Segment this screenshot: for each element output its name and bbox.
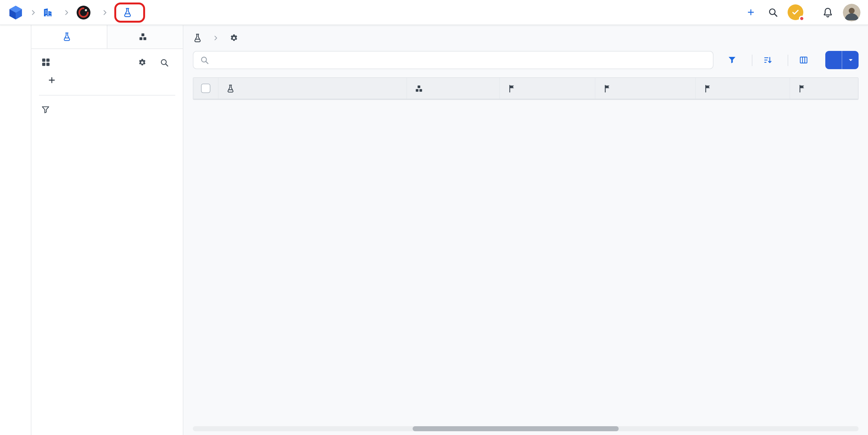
columns-button[interactable] [797,55,815,65]
table-header [193,78,858,99]
chevron-right-icon [30,8,37,16]
field-flag-icon [704,84,712,93]
new-resource-button[interactable] [825,51,859,69]
chevron-right-icon [101,8,108,16]
toolbar [193,51,859,69]
status-avatar[interactable] [787,4,803,20]
funnel-icon [727,55,737,65]
tab-item-view[interactable] [107,25,183,49]
plus-icon [747,8,755,16]
header-checkbox-cell [193,78,219,99]
categories-settings-button[interactable] [137,58,147,67]
flask-icon [122,7,132,17]
notification-dot [799,16,805,21]
gear-icon [229,33,239,43]
column-header-catalog[interactable] [595,78,696,99]
column-header-vendor[interactable] [500,78,595,99]
new-resource-category-button[interactable] [31,72,183,88]
column-header-resource[interactable] [219,78,407,99]
tab-resource-view[interactable] [31,25,107,49]
horizontal-scrollbar[interactable] [193,426,859,431]
argus-logo [76,5,91,20]
app-window [0,0,868,435]
toolbar-divider [787,54,788,66]
notifications-button[interactable] [822,7,833,18]
breadcrumb-item-organization[interactable] [43,7,57,17]
field-flag-icon [603,84,612,93]
chevron-right-icon [212,35,219,41]
filter-shortcuts-header [31,97,183,119]
top-bar [0,0,868,25]
sort-icon [763,55,773,65]
filter-button[interactable] [725,55,744,65]
field-flag-icon [507,84,516,93]
breadcrumb-item-argus[interactable] [76,5,95,20]
new-button[interactable] [747,8,758,16]
sidebar-scroll-area [31,49,183,435]
items-icon [138,32,148,41]
sort-button[interactable] [761,55,779,65]
avatar-image [843,3,861,21]
search-icon [768,7,778,18]
global-search-button[interactable] [768,7,778,18]
breadcrumb-item-inventory[interactable] [114,2,145,22]
bell-icon [822,7,833,18]
scrollbar-thumb[interactable] [413,426,619,431]
sidebar-divider [39,95,175,95]
user-avatar[interactable] [843,3,861,21]
flask-icon [226,84,235,93]
new-resource-dropdown[interactable] [842,56,859,64]
grid-icon [41,57,51,67]
categories-search-button[interactable] [159,58,169,67]
category-settings-button[interactable] [229,33,239,43]
main-content [183,25,868,435]
caret-down-icon [846,56,855,64]
resource-table [193,77,859,100]
search-icon [159,58,169,67]
categories-header [31,49,183,72]
field-flag-icon [798,84,806,93]
search-icon [200,55,209,65]
left-rail [0,25,31,435]
flask-icon [193,33,202,43]
items-icon [414,84,423,93]
search-input[interactable] [214,55,707,65]
sidebar [31,25,183,435]
plus-icon [48,76,56,84]
resource-search[interactable] [193,51,713,69]
column-header-for-use-with[interactable] [696,78,790,99]
column-header-available-items[interactable] [407,78,500,99]
app-logo[interactable] [7,4,24,21]
topbar-actions [747,3,861,21]
view-tabs [31,25,183,49]
select-all-checkbox[interactable] [201,84,210,93]
toolbar-divider [752,54,752,66]
content-breadcrumb [193,33,859,43]
chevron-right-icon [63,8,70,16]
gear-icon [137,58,147,67]
flask-icon [62,32,71,41]
check-icon [792,8,800,16]
building-icon [43,7,53,17]
column-header-ph[interactable] [790,78,859,99]
funnel-icon [41,105,50,114]
columns-icon [799,55,808,65]
